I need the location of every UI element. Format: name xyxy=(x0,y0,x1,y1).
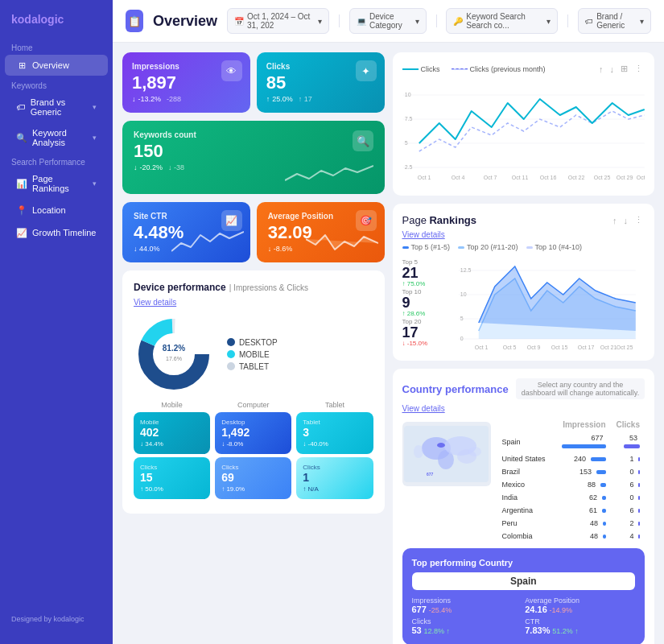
country-impressions: 48 xyxy=(551,518,609,529)
country-clicks: 6 xyxy=(611,479,643,490)
page-title: Overview xyxy=(153,13,217,30)
sidebar-item-growth-timeline[interactable]: 📈 Growth Timeline xyxy=(5,222,108,243)
separator xyxy=(567,14,568,27)
brand-icon: 🏷 xyxy=(585,17,593,26)
donut-chart-area: 81.2% 17.6% DESKTOP MOBILE xyxy=(134,314,373,394)
device-filter[interactable]: 💻 Device Category ▾ xyxy=(349,8,426,34)
clicks-card: Clicks 85 ↑ 25.0% ↑ 17 ✦ xyxy=(257,52,385,113)
top20-legend xyxy=(458,246,464,249)
top5-stat: Top 5 21 ↑ 75.0% xyxy=(402,258,443,287)
sidebar-item-label: Brand vs Generic xyxy=(31,97,88,117)
sidebar-section-home: Home xyxy=(0,39,113,54)
sidebar-item-brand-generic[interactable]: 🏷 Brand vs Generic ▾ xyxy=(5,93,108,122)
svg-text:17.6%: 17.6% xyxy=(166,356,182,361)
svg-text:Oct 31: Oct 31 xyxy=(636,175,645,180)
svg-point-44 xyxy=(468,447,481,456)
separator xyxy=(339,14,340,27)
country-view-details-link[interactable]: View details xyxy=(402,404,445,413)
table-row[interactable]: Argentina 61 6 xyxy=(499,505,644,516)
donut-chart: 81.2% 17.6% xyxy=(134,314,214,394)
top-metrics-row: Impressions 1,897 ↓ -13.2% -288 👁 Clicks… xyxy=(122,52,385,113)
top20-stat: Top 20 17 ↓ -15.0% xyxy=(402,318,443,347)
chart-up-btn[interactable]: ↑ xyxy=(597,62,605,76)
svg-text:Oct 29: Oct 29 xyxy=(616,175,633,180)
clicks-chart-legend: Clicks Clicks (previous month) xyxy=(402,65,546,73)
chevron-down-icon: ▾ xyxy=(93,134,97,142)
rankings-down-btn[interactable]: ↓ xyxy=(622,213,630,227)
prev-clicks-legend-line xyxy=(452,68,468,70)
table-row[interactable]: Mexico 88 6 xyxy=(499,479,644,490)
main-area: 📋 Overview 📅 Oct 1, 2024 – Oct 31, 202 ▾… xyxy=(113,0,664,644)
search-icon: 🔍 xyxy=(16,132,27,143)
mobile-impressions-card: Mobile 402 ↓ 34.4% xyxy=(134,412,210,454)
timeline-icon: 📈 xyxy=(16,227,27,238)
table-row[interactable]: Spain 677 53 xyxy=(499,432,644,452)
chart-menu-btn[interactable]: ⋮ xyxy=(633,62,645,76)
pin-icon: 📍 xyxy=(16,204,27,216)
svg-text:Oct 21: Oct 21 xyxy=(600,345,617,350)
rankings-menu-btn[interactable]: ⋮ xyxy=(633,213,645,227)
table-row[interactable]: India 62 0 xyxy=(499,492,644,503)
keywords-title: Keywords count xyxy=(134,130,196,139)
desktop-dot xyxy=(227,338,235,346)
sidebar-item-label: Overview xyxy=(32,60,69,70)
country-impressions: 61 xyxy=(551,505,609,516)
chart-expand-btn[interactable]: ⊞ xyxy=(619,62,629,76)
chevron-down-icon: ▾ xyxy=(93,180,97,188)
keyword-filter[interactable]: 🔑 Keyword Search Search co... ▾ xyxy=(446,8,558,34)
sidebar-item-label: Growth Timeline xyxy=(32,228,96,237)
sidebar-section-keywords: Keywords xyxy=(0,76,113,92)
top-stat-avg-position: Average Position 24.16 -14.9% xyxy=(525,597,635,614)
desktop-clicks-card: Clicks 69 ↑ 19.0% xyxy=(215,457,291,499)
svg-text:81.2%: 81.2% xyxy=(163,344,185,353)
table-row[interactable]: Brazil 153 0 xyxy=(499,466,644,477)
svg-text:12.5: 12.5 xyxy=(460,267,471,273)
chevron-down-icon: ▾ xyxy=(93,103,97,111)
chevron-down-icon: ▾ xyxy=(415,17,419,26)
chart-down-btn[interactable]: ↓ xyxy=(608,62,617,76)
top-stat-clicks: Clicks 53 12.8% ↑ xyxy=(412,617,522,635)
rankings-view-details-link[interactable]: View details xyxy=(402,230,445,239)
sidebar-item-overview[interactable]: ⊞ Overview xyxy=(5,55,108,76)
clicks-chart-card: Clicks Clicks (previous month) ↑ ↓ ⊞ ⋮ xyxy=(393,52,655,196)
device-stats-row: Mobile Mobile 402 ↓ 34.4% Clicks 15 ↑ 50… xyxy=(134,401,373,502)
sidebar-item-keyword-analysis[interactable]: 🔍 Keyword Analysis ▾ xyxy=(5,123,108,152)
top5-legend xyxy=(402,246,409,249)
date-filter[interactable]: 📅 Oct 1, 2024 – Oct 31, 202 ▾ xyxy=(227,8,329,34)
mid-metrics-row: Site CTR 4.48% ↓ 44.0% 📈 Average Positio… xyxy=(122,202,385,262)
legend-tablet: TABLET xyxy=(227,362,278,371)
country-impressions: 153 xyxy=(551,466,609,477)
svg-text:5: 5 xyxy=(404,140,407,146)
mobile-dot xyxy=(227,350,235,358)
svg-text:10: 10 xyxy=(460,291,466,297)
world-map-svg: 677 xyxy=(404,426,489,482)
impressions-icon: 👁 xyxy=(221,60,242,81)
country-impressions: 62 xyxy=(551,492,609,503)
country-note: Select any country and the dashboard wil… xyxy=(516,378,645,399)
svg-text:0: 0 xyxy=(460,336,463,341)
sidebar-item-location[interactable]: 📍 Location xyxy=(5,200,108,221)
svg-text:Oct 22: Oct 22 xyxy=(567,175,584,180)
right-column: Clicks Clicks (previous month) ↑ ↓ ⊞ ⋮ xyxy=(393,52,655,644)
device-view-details-link[interactable]: View details xyxy=(134,298,176,307)
sidebar-item-label: Keyword Analysis xyxy=(32,128,88,147)
table-row[interactable]: Peru 48 2 xyxy=(499,518,644,529)
keyword-icon: 🔑 xyxy=(453,17,463,26)
country-performance-card: Country performance Select any country a… xyxy=(393,369,655,644)
keywords-value: 150 xyxy=(134,142,196,160)
separator xyxy=(436,14,437,27)
logo: kodalogic xyxy=(0,13,113,39)
keywords-change: ↓ -20.2% ↓ -38 xyxy=(134,163,196,171)
sidebar-footer: Designed by kodalogic xyxy=(0,607,113,631)
sidebar-item-page-rankings[interactable]: 📊 Page Rankings ▾ xyxy=(5,169,108,198)
brand-filter[interactable]: 🏷 Brand / Generic ▾ xyxy=(578,8,651,34)
rankings-up-btn[interactable]: ↑ xyxy=(611,213,619,227)
table-row[interactable]: Colombia 48 4 xyxy=(499,530,644,542)
chevron-down-icon: ▾ xyxy=(546,17,551,26)
tablet-clicks-card: Clicks 1 ↑ N/A xyxy=(296,457,373,499)
country-clicks: 1 xyxy=(611,453,643,464)
table-row[interactable]: United States 240 1 xyxy=(499,453,644,464)
avg-position-card: Average Position 32.09 ↓ -8.6% 🎯 xyxy=(257,202,385,262)
legend-desktop: DESKTOP xyxy=(227,338,278,347)
clicks-legend-line xyxy=(402,68,419,70)
